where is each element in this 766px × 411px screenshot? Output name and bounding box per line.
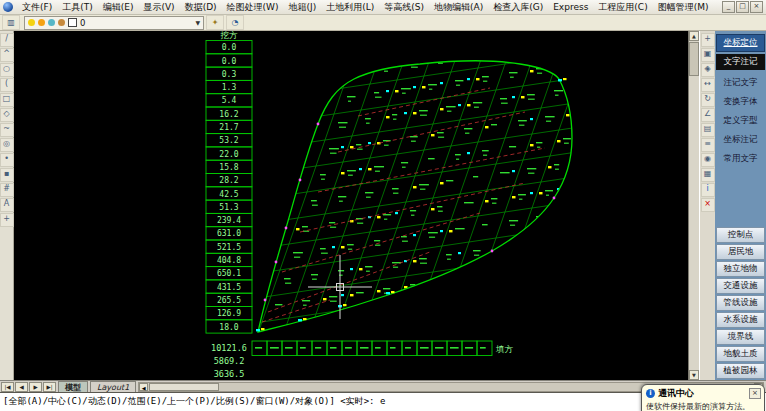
layer-plot-icon[interactable]: [58, 19, 65, 26]
current-layer-name: 0: [80, 18, 85, 28]
draw-tool-button[interactable]: ◇: [0, 108, 14, 122]
svg-text:0.3: 0.3: [222, 70, 237, 79]
notification-close-icon[interactable]: ×: [749, 388, 761, 399]
vertical-scrollbar[interactable]: ▲ ▼: [688, 31, 699, 380]
panel-item[interactable]: 坐标注记: [715, 130, 766, 149]
draw-tool-button[interactable]: +: [0, 213, 14, 227]
edit-tool-button[interactable]: ∠: [701, 108, 715, 122]
draw-tool-button[interactable]: ^: [0, 48, 14, 62]
panel-category-button[interactable]: 水系设施: [716, 312, 765, 328]
svg-text:239.4: 239.4: [217, 216, 241, 225]
svg-text:22.0: 22.0: [219, 150, 238, 159]
window-button[interactable]: □: [736, 1, 749, 13]
edit-tool-button[interactable]: +: [701, 33, 715, 47]
panel-item-list: 注记文字变换字体定义字型坐标注记常用文字: [715, 73, 766, 168]
combo-dropdown-icon[interactable]: ▼: [195, 19, 200, 26]
tab-nav-button[interactable]: |◀: [1, 382, 14, 392]
edit-tool-button[interactable]: ▦: [701, 168, 715, 182]
svg-text:42.5: 42.5: [219, 190, 238, 199]
menu-item[interactable]: 检查入库(G): [488, 1, 548, 14]
svg-text:0.0: 0.0: [222, 43, 237, 52]
menu-item[interactable]: 绘图处理(W): [222, 1, 284, 14]
draw-tool-button[interactable]: #: [0, 183, 14, 197]
notification-balloon: i 通讯中心 × 使软件保持最新的演算方法。: [641, 384, 765, 411]
panel-section-title[interactable]: 文字注记: [716, 54, 765, 70]
menu-item[interactable]: 图幅管理(M): [653, 1, 714, 14]
panel-category-link[interactable]: 坐标定位: [716, 34, 765, 52]
edit-tool-button[interactable]: i: [701, 183, 715, 197]
scroll-down-icon[interactable]: ▼: [689, 370, 699, 380]
layer-manager-icon[interactable]: ▥: [2, 15, 20, 30]
svg-text:51.3: 51.3: [219, 203, 238, 212]
window-button[interactable]: ×: [750, 1, 763, 13]
panel-item[interactable]: 注记文字: [715, 73, 766, 92]
draw-tool-button[interactable]: □: [0, 93, 14, 107]
draw-tool-button[interactable]: A: [0, 198, 14, 212]
vertical-scroll-thumb[interactable]: [689, 42, 699, 76]
tab-nav-button[interactable]: ▶: [29, 382, 42, 392]
scroll-left-icon[interactable]: ◀: [139, 383, 148, 391]
edit-tool-button[interactable]: ≡: [701, 138, 715, 152]
menu-item[interactable]: 地籍(J): [284, 1, 322, 14]
edit-tool-button[interactable]: ×: [701, 198, 715, 212]
menu-item[interactable]: 编辑(E): [98, 1, 139, 14]
draw-tool-button[interactable]: /: [0, 33, 14, 47]
panel-category-button[interactable]: 交通设施: [716, 278, 765, 294]
panel-category-button[interactable]: 独立地物: [716, 261, 765, 277]
draw-tool-button[interactable]: ▪: [0, 168, 14, 182]
draw-tool-button[interactable]: ○: [0, 63, 14, 77]
menu-item[interactable]: 土地利用(L): [321, 1, 379, 14]
menu-item[interactable]: 地物编辑(A): [429, 1, 488, 14]
menu-item[interactable]: 工程应用(C): [593, 1, 652, 14]
svg-text:404.8: 404.8: [217, 256, 241, 265]
side-panel: 坐标定位 文字注记 注记文字变换字体定义字型坐标注记常用文字 控制点居民地独立地…: [715, 31, 766, 380]
panel-item[interactable]: 变换字体: [715, 92, 766, 111]
svg-text:5.4: 5.4: [222, 96, 237, 105]
edit-tool-button[interactable]: ↻: [701, 93, 715, 107]
menu-item[interactable]: 文件(F): [17, 1, 57, 14]
tab-nav-button[interactable]: ▶|: [43, 382, 56, 392]
draw-tool-button[interactable]: ◎: [0, 138, 14, 152]
tab-nav-button[interactable]: ◀: [15, 382, 28, 392]
tab-layout1[interactable]: Layout1: [90, 381, 136, 393]
layer-freeze-sun-icon[interactable]: [38, 19, 45, 26]
panel-category-button[interactable]: 居民地: [716, 244, 765, 260]
scroll-up-icon[interactable]: ▲: [689, 31, 699, 41]
panel-category-button[interactable]: 地貌土质: [716, 346, 765, 362]
layer-lock-icon[interactable]: [48, 19, 55, 26]
notification-title: 通讯中心: [658, 387, 694, 400]
make-layer-current-icon[interactable]: ✦: [206, 15, 224, 30]
layer-previous-icon[interactable]: ◔: [226, 15, 244, 30]
edit-tool-button[interactable]: ▣: [701, 48, 715, 62]
cad-drawing[interactable]: 挖方0.00.00.31.35.416.221.753.222.015.828.…: [14, 31, 688, 380]
draw-tool-button[interactable]: ~: [0, 123, 14, 137]
svg-text:0.0: 0.0: [222, 57, 237, 66]
edit-tool-button[interactable]: ◈: [701, 63, 715, 77]
layer-color-swatch[interactable]: [68, 18, 77, 27]
menu-item[interactable]: 显示(V): [138, 1, 179, 14]
panel-category-button[interactable]: 控制点: [716, 227, 765, 243]
window-button[interactable]: _: [722, 1, 735, 13]
draw-tool-button[interactable]: •: [0, 153, 14, 167]
layer-on-bulb-icon[interactable]: [28, 19, 35, 26]
tab-model[interactable]: 模型: [58, 381, 88, 393]
drawing-canvas[interactable]: 挖方0.00.00.31.35.416.221.753.222.015.828.…: [14, 31, 688, 380]
panel-category-button[interactable]: 植被园林: [716, 363, 765, 379]
menu-item[interactable]: Express: [548, 2, 593, 12]
panel-category-button[interactable]: 境界线: [716, 329, 765, 345]
horizontal-scroll-thumb[interactable]: [149, 383, 219, 391]
svg-text:126.9: 126.9: [217, 309, 241, 318]
edit-tool-button[interactable]: ◉: [701, 153, 715, 167]
layer-combo[interactable]: 0 ▼: [24, 16, 204, 30]
menu-item[interactable]: 数据(D): [180, 1, 222, 14]
menu-bar: 文件(F)工具(T)编辑(E)显示(V)数据(D)绘图处理(W)地籍(J)土地利…: [0, 0, 766, 15]
panel-item[interactable]: 定义字型: [715, 111, 766, 130]
menu-item[interactable]: 等高线(S): [379, 1, 429, 14]
edit-tool-button[interactable]: ↔: [701, 78, 715, 92]
panel-category-button[interactable]: 管线设施: [716, 295, 765, 311]
edit-tool-button[interactable]: ▤: [701, 123, 715, 137]
panel-item[interactable]: 常用文字: [715, 149, 766, 168]
svg-text:10121.6: 10121.6: [211, 343, 247, 353]
draw-tool-button[interactable]: (: [0, 78, 14, 92]
menu-item[interactable]: 工具(T): [57, 1, 98, 14]
